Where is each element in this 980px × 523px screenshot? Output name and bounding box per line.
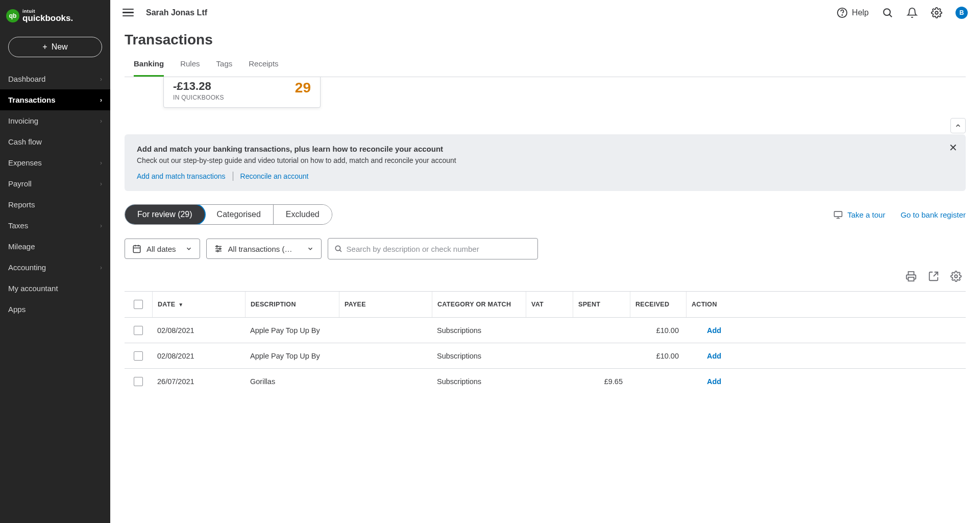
table-row[interactable]: 02/08/2021Apple Pay Top Up BySubscriptio… <box>125 317 966 343</box>
tab-banking[interactable]: Banking <box>134 57 164 77</box>
brand-mark: qb <box>6 9 19 22</box>
row-action-add[interactable]: Add <box>686 326 742 335</box>
sidebar-item-cash-flow[interactable]: Cash flow <box>0 131 110 152</box>
bank-summary-card[interactable]: -£13.28 IN QUICKBOOKS 29 <box>163 77 321 108</box>
collapse-button[interactable] <box>950 118 966 133</box>
segment-excluded[interactable]: Excluded <box>274 205 332 224</box>
svg-point-15 <box>217 250 218 252</box>
sidebar-item-my-accountant[interactable]: My accountant <box>0 278 110 299</box>
help-label: Help <box>852 8 869 17</box>
close-icon[interactable]: ✕ <box>949 141 958 154</box>
cell-received: £10.00 <box>630 326 686 335</box>
hamburger-icon[interactable] <box>122 9 134 17</box>
table-settings-icon[interactable] <box>950 271 962 282</box>
brand-title: quickbooks. <box>22 14 73 22</box>
chevron-right-icon: › <box>100 76 102 83</box>
svg-point-14 <box>219 248 220 250</box>
svg-rect-18 <box>909 277 914 281</box>
th-received[interactable]: RECEIVED <box>630 292 686 317</box>
chevron-down-icon <box>185 245 192 252</box>
export-icon[interactable] <box>928 271 939 282</box>
banner-link-reconcile[interactable]: Reconcile an account <box>240 172 309 180</box>
th-description[interactable]: DESCRIPTION <box>245 292 339 317</box>
sidebar-item-expenses[interactable]: Expenses› <box>0 152 110 173</box>
help-button[interactable]: Help <box>837 7 869 18</box>
sidebar-item-transactions[interactable]: Transactions› <box>0 89 110 110</box>
table-row[interactable]: 26/07/2021GorillasSubscriptions£9.65Add <box>125 368 966 394</box>
chevron-right-icon: › <box>100 97 102 104</box>
segment-for-review[interactable]: For review (29) <box>125 204 206 225</box>
sidebar-item-dashboard[interactable]: Dashboard› <box>0 68 110 89</box>
sidebar-item-accounting[interactable]: Accounting› <box>0 257 110 278</box>
chevron-right-icon: › <box>100 264 102 271</box>
th-payee[interactable]: PAYEE <box>339 292 432 317</box>
tab-rules[interactable]: Rules <box>180 57 200 77</box>
sidebar-item-mileage[interactable]: Mileage <box>0 236 110 257</box>
segment-control: For review (29) Categorised Excluded <box>125 204 332 225</box>
sidebar-nav: Dashboard›Transactions›Invoicing›Cash fl… <box>0 68 110 320</box>
sidebar-item-label: Payroll <box>8 179 32 188</box>
banner-text: Check out our step-by-step guide and vid… <box>137 156 953 164</box>
row-checkbox[interactable] <box>134 326 143 335</box>
search-input[interactable] <box>347 245 531 253</box>
date-filter[interactable]: All dates <box>125 239 200 259</box>
svg-point-4 <box>935 11 938 14</box>
row-action-add[interactable]: Add <box>686 352 742 360</box>
search-icon[interactable] <box>882 7 893 18</box>
banner-link-add-match[interactable]: Add and match transactions <box>137 172 226 180</box>
search-box[interactable] <box>328 238 538 259</box>
sidebar-item-label: Invoicing <box>8 116 38 125</box>
sidebar-item-label: Transactions <box>8 96 56 104</box>
cell-category: Subscriptions <box>432 377 526 386</box>
tab-receipts[interactable]: Receipts <box>249 57 278 77</box>
cell-received: £10.00 <box>630 352 686 360</box>
cell-date: 02/08/2021 <box>152 326 245 335</box>
sidebar-item-label: Cash flow <box>8 137 42 146</box>
svg-point-2 <box>884 9 890 15</box>
print-icon[interactable] <box>905 271 917 282</box>
row-checkbox[interactable] <box>134 351 143 361</box>
row-checkbox[interactable] <box>134 377 143 386</box>
new-button[interactable]: + New <box>8 37 102 57</box>
th-date[interactable]: DATE▼ <box>152 292 245 317</box>
chevron-right-icon: › <box>100 222 102 229</box>
segment-categorised[interactable]: Categorised <box>205 205 274 224</box>
table-row[interactable]: 02/08/2021Apple Pay Top Up BySubscriptio… <box>125 343 966 368</box>
sidebar-item-label: Accounting <box>8 263 46 272</box>
avatar[interactable]: B <box>955 7 968 19</box>
go-to-register-link[interactable]: Go to bank register <box>900 210 966 219</box>
cell-category: Subscriptions <box>432 352 526 360</box>
select-all-checkbox[interactable] <box>134 300 143 309</box>
th-category[interactable]: CATEGORY OR MATCH <box>432 292 526 317</box>
company-name: Sarah Jonas Ltf <box>146 8 207 17</box>
sliders-icon <box>214 244 223 253</box>
sort-desc-icon: ▼ <box>178 302 183 307</box>
sidebar-item-label: Expenses <box>8 158 42 167</box>
page-title: Transactions <box>125 32 966 48</box>
take-tour-link[interactable]: Take a tour <box>833 209 885 220</box>
help-icon <box>837 7 848 18</box>
cell-date: 02/08/2021 <box>152 352 245 360</box>
svg-line-17 <box>339 250 341 252</box>
notifications-icon[interactable] <box>906 7 918 18</box>
chevron-up-icon <box>954 122 962 129</box>
settings-icon[interactable] <box>931 7 942 18</box>
row-action-add[interactable]: Add <box>686 377 742 386</box>
sidebar-item-invoicing[interactable]: Invoicing› <box>0 110 110 131</box>
sidebar-item-payroll[interactable]: Payroll› <box>0 173 110 194</box>
transactions-filter[interactable]: All transactions (… <box>206 239 322 259</box>
bank-count: 29 <box>295 80 311 96</box>
sidebar-item-label: Taxes <box>8 221 28 230</box>
tab-tags[interactable]: Tags <box>216 57 233 77</box>
th-vat[interactable]: VAT <box>526 292 573 317</box>
calendar-icon <box>132 244 141 253</box>
sidebar-item-label: Mileage <box>8 242 35 251</box>
sidebar-item-reports[interactable]: Reports <box>0 194 110 215</box>
svg-point-19 <box>954 275 958 278</box>
svg-point-1 <box>842 15 843 15</box>
tour-icon <box>833 209 843 220</box>
sidebar-item-label: My accountant <box>8 284 58 293</box>
th-spent[interactable]: SPENT <box>573 292 630 317</box>
sidebar-item-apps[interactable]: Apps <box>0 299 110 320</box>
sidebar-item-taxes[interactable]: Taxes› <box>0 215 110 236</box>
